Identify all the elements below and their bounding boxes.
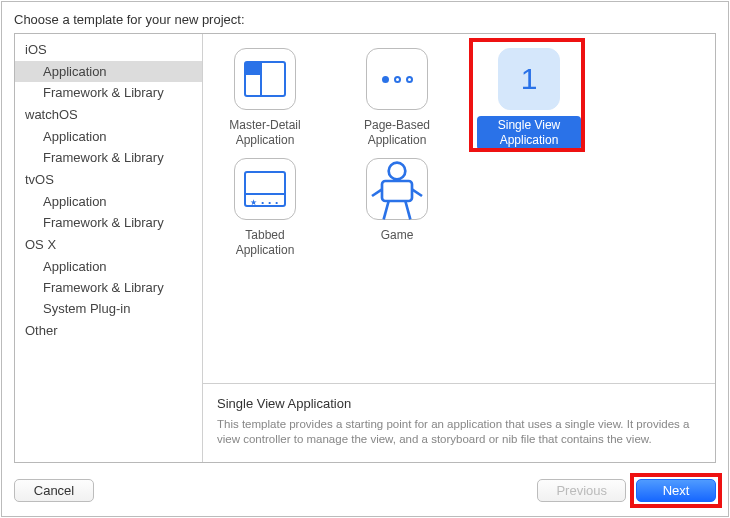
- sidebar-group-other[interactable]: Other: [15, 319, 202, 342]
- description-body: This template provides a starting point …: [217, 417, 701, 448]
- template-tabbed[interactable]: Tabbed Application: [213, 158, 317, 260]
- template-page-based[interactable]: Page-Based Application: [345, 48, 449, 150]
- template-master-detail[interactable]: Master-Detail Application: [213, 48, 317, 150]
- template-label: Page-Based Application: [345, 116, 449, 150]
- header-title: Choose a template for your new project:: [14, 12, 245, 27]
- tabbed-icon: [234, 158, 296, 220]
- sidebar-item-osx-application[interactable]: Application: [15, 256, 202, 277]
- template-label: Tabbed Application: [213, 226, 317, 260]
- content: iOS Application Framework & Library watc…: [14, 33, 716, 463]
- sidebar-group-tvos[interactable]: tvOS: [15, 168, 202, 191]
- template-game[interactable]: Game: [345, 158, 449, 260]
- templates-grid: Master-Detail Application Page-Based App…: [203, 34, 715, 383]
- sidebar-group-watchos[interactable]: watchOS: [15, 103, 202, 126]
- template-single-view[interactable]: 1 Single View Application: [477, 48, 581, 150]
- svg-line-2: [384, 201, 389, 219]
- template-label: Game: [377, 226, 418, 256]
- svg-point-0: [389, 162, 406, 179]
- sidebar: iOS Application Framework & Library watc…: [15, 34, 203, 462]
- template-chooser-window: Choose a template for your new project: …: [1, 1, 729, 517]
- sidebar-item-tvos-application[interactable]: Application: [15, 191, 202, 212]
- header: Choose a template for your new project:: [2, 2, 728, 33]
- svg-line-3: [405, 201, 410, 219]
- svg-line-4: [372, 189, 382, 196]
- sidebar-item-tvos-framework[interactable]: Framework & Library: [15, 212, 202, 233]
- description-panel: Single View Application This template pr…: [203, 383, 715, 462]
- sidebar-item-osx-plugin[interactable]: System Plug-in: [15, 298, 202, 319]
- sidebar-item-osx-framework[interactable]: Framework & Library: [15, 277, 202, 298]
- single-view-icon: 1: [498, 48, 560, 110]
- sidebar-group-ios[interactable]: iOS: [15, 38, 202, 61]
- previous-button[interactable]: Previous: [537, 479, 626, 502]
- sidebar-group-osx[interactable]: OS X: [15, 233, 202, 256]
- game-icon: [366, 158, 428, 220]
- cancel-button[interactable]: Cancel: [14, 479, 94, 502]
- sidebar-item-ios-application[interactable]: Application: [15, 61, 202, 82]
- sidebar-item-ios-framework[interactable]: Framework & Library: [15, 82, 202, 103]
- page-based-icon: [366, 48, 428, 110]
- template-label: Master-Detail Application: [213, 116, 317, 150]
- main-pane: Master-Detail Application Page-Based App…: [203, 34, 715, 462]
- sidebar-item-watchos-application[interactable]: Application: [15, 126, 202, 147]
- master-detail-icon: [234, 48, 296, 110]
- next-button[interactable]: Next: [636, 479, 716, 502]
- description-title: Single View Application: [217, 396, 701, 411]
- svg-line-5: [412, 189, 422, 196]
- svg-rect-1: [382, 181, 412, 201]
- sidebar-item-watchos-framework[interactable]: Framework & Library: [15, 147, 202, 168]
- footer: Cancel Previous Next: [2, 473, 728, 516]
- template-label: Single View Application: [477, 116, 581, 150]
